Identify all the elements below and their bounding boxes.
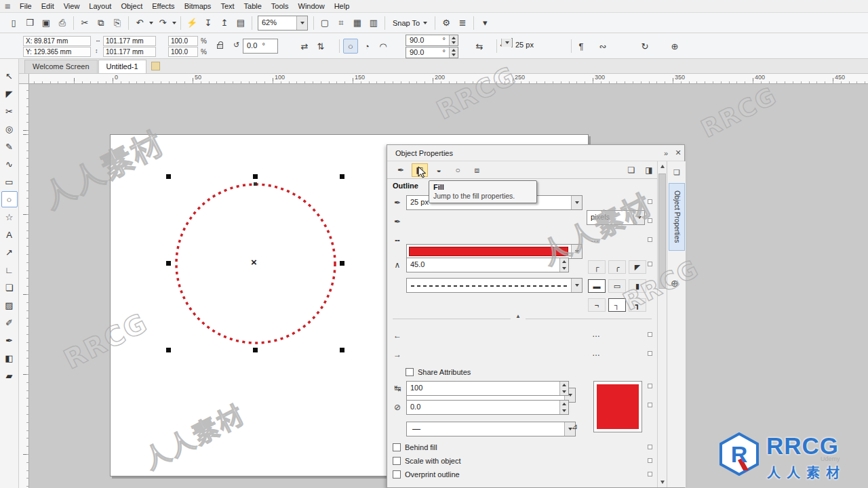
- snap-to-button[interactable]: Snap To: [388, 17, 432, 29]
- search-content-icon[interactable]: ⚡: [184, 15, 200, 31]
- outline-width-dropdown[interactable]: [501, 39, 512, 47]
- fill-tab[interactable]: ◧: [412, 163, 428, 177]
- publish-pdf-icon[interactable]: ▤: [233, 15, 249, 31]
- pick-tool[interactable]: ↖: [1, 68, 18, 84]
- spin-up[interactable]: [450, 35, 458, 41]
- pie-mode-button[interactable]: ◔: [359, 39, 374, 54]
- menu-object[interactable]: Object: [116, 1, 147, 12]
- show-guidelines-icon[interactable]: ▥: [366, 15, 382, 31]
- menu-window[interactable]: Window: [294, 1, 330, 12]
- spin-up[interactable]: [450, 47, 458, 53]
- convert-to-curves-button[interactable]: ∾: [595, 39, 610, 54]
- connector-tool[interactable]: ∟: [1, 262, 18, 278]
- copy-icon[interactable]: ⧉: [93, 15, 109, 31]
- zoom-dropdown-arrow[interactable]: [296, 16, 307, 30]
- interactive-fill-tool[interactable]: ▰: [1, 367, 18, 384]
- toolbar-overflow-icon[interactable]: ▾: [477, 15, 493, 31]
- change-direction-button[interactable]: ⇆: [472, 39, 487, 54]
- zoom-level-combo[interactable]: 62%: [258, 16, 308, 30]
- dropdown-arrow[interactable]: [633, 211, 644, 224]
- docker-dock-button[interactable]: »: [660, 149, 672, 157]
- wrap-toggle-button[interactable]: ❏: [623, 163, 639, 177]
- outline-tab[interactable]: ✒: [393, 163, 409, 177]
- open-icon[interactable]: ❒: [22, 15, 38, 31]
- selected-object[interactable]: ×: [169, 177, 342, 350]
- selection-handle-w[interactable]: [166, 261, 171, 266]
- position-inside-button[interactable]: ┓: [629, 298, 646, 312]
- docker-scrollbar[interactable]: [657, 161, 667, 487]
- text-tool[interactable]: A: [1, 226, 18, 243]
- zoom-tool[interactable]: ◎: [1, 121, 18, 137]
- quick-customize-button[interactable]: ⊕: [671, 278, 679, 289]
- selection-handle-ne[interactable]: [340, 174, 344, 179]
- drop-shadow-tool[interactable]: ❏: [1, 279, 18, 296]
- line-style-settings-button[interactable]: …: [591, 235, 599, 244]
- collapse-section-button[interactable]: ▲: [511, 313, 526, 321]
- spin-down[interactable]: [450, 53, 458, 58]
- stretch-field[interactable]: 100: [406, 381, 569, 396]
- import-icon[interactable]: ↧: [200, 15, 216, 31]
- object-properties-side-tab[interactable]: Object Properties: [669, 183, 685, 251]
- overprint-outline-checkbox[interactable]: [393, 470, 401, 479]
- undo-dropdown[interactable]: [148, 15, 155, 31]
- docker-close-button[interactable]: ✕: [672, 148, 684, 157]
- menu-tools[interactable]: Tools: [267, 1, 294, 12]
- ellipse-tool[interactable]: ○: [1, 191, 18, 207]
- menu-layout[interactable]: Layout: [84, 1, 116, 12]
- freehand-tool[interactable]: ✎: [1, 138, 18, 155]
- rotation-angle-field[interactable]: 0.0 °: [243, 39, 278, 54]
- mirror-horizontal-button[interactable]: ⇄: [297, 39, 312, 54]
- cap-square-button[interactable]: ▮: [629, 279, 646, 293]
- outline-units-combo[interactable]: pixels: [587, 210, 645, 225]
- new-tab-button[interactable]: [151, 62, 160, 70]
- transparency-tab[interactable]: ◒: [431, 163, 447, 177]
- options-icon[interactable]: ⚙: [438, 15, 454, 31]
- docker-tab-icon[interactable]: ❏: [670, 165, 684, 179]
- arc-mode-button[interactable]: ◠: [376, 39, 391, 54]
- style-tab[interactable]: ○: [450, 163, 466, 177]
- end-arrowhead-combo[interactable]: —: [406, 422, 576, 436]
- nib-settings-button[interactable]: ⊿: [568, 420, 581, 432]
- end-arrowhead-settings-button[interactable]: …: [592, 348, 601, 358]
- corner-round-button[interactable]: ╭: [608, 260, 626, 274]
- menu-view[interactable]: View: [59, 1, 85, 12]
- selection-handle-s[interactable]: [253, 348, 258, 352]
- mirror-vertical-button[interactable]: ⇅: [313, 39, 328, 54]
- scale-y-field[interactable]: 100.0: [168, 47, 198, 57]
- start-angle-field[interactable]: 90.0 °: [406, 35, 458, 46]
- selection-handle-se[interactable]: [340, 348, 344, 352]
- print-icon[interactable]: ⎙: [54, 15, 71, 31]
- docker-options-button[interactable]: ◨: [641, 163, 657, 177]
- selection-handle-e[interactable]: [340, 261, 344, 266]
- horizontal-ruler[interactable]: 0 50 100 150 200 250 300 350 400 450: [29, 74, 868, 84]
- application-launcher-icon[interactable]: ≣: [454, 15, 471, 31]
- rectangle-tool[interactable]: ▭: [1, 174, 18, 190]
- tab-welcome-screen[interactable]: Welcome Screen: [24, 60, 98, 73]
- new-document-icon[interactable]: ▯: [5, 15, 22, 31]
- spin-up[interactable]: [560, 382, 568, 388]
- full-screen-preview-icon[interactable]: ▢: [317, 15, 333, 31]
- spin-down[interactable]: [560, 388, 568, 395]
- parallel-dimension-tool[interactable]: ↗: [1, 244, 18, 260]
- corner-miter-button[interactable]: ┌: [588, 260, 606, 274]
- corner-bevel-button[interactable]: ◤: [629, 260, 646, 274]
- menu-file[interactable]: File: [15, 1, 37, 12]
- dropdown-arrow[interactable]: [571, 279, 582, 292]
- menu-text[interactable]: Text: [216, 1, 239, 12]
- outline-color-combo[interactable]: [406, 244, 583, 259]
- selection-handle-n[interactable]: [253, 174, 258, 179]
- line-style-combo[interactable]: [406, 278, 583, 293]
- shape-tool[interactable]: ◤: [1, 85, 18, 102]
- scroll-up-button[interactable]: [658, 161, 667, 171]
- transparency-tool[interactable]: ▨: [1, 297, 18, 313]
- outline-pen-tool[interactable]: ✒: [1, 332, 18, 348]
- scroll-thumb[interactable]: [658, 174, 666, 289]
- position-centered-button[interactable]: ┐: [608, 298, 626, 312]
- redo-dropdown[interactable]: [171, 15, 178, 31]
- outline-width-combo[interactable]: 25 px: [511, 38, 513, 47]
- paste-icon[interactable]: ⎘: [109, 15, 125, 31]
- dropdown-arrow[interactable]: [571, 196, 582, 209]
- show-grid-icon[interactable]: ▦: [349, 15, 366, 31]
- export-icon[interactable]: ↥: [216, 15, 233, 31]
- object-y-field[interactable]: Y: 129.365 mm: [23, 47, 91, 57]
